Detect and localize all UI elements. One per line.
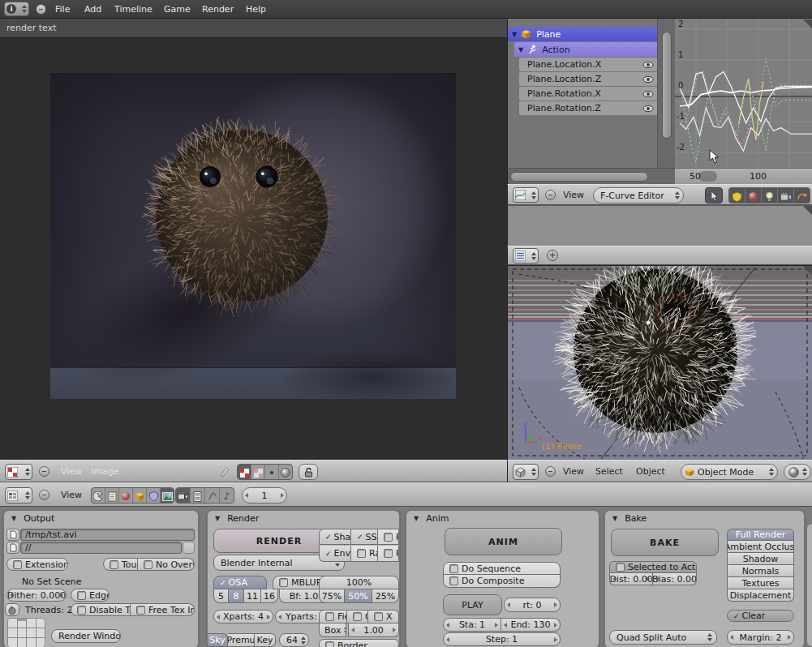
menu-timeline[interactable]: Timeline (114, 4, 153, 15)
filter-scene-button[interactable] (729, 188, 745, 204)
mouse-placement-button[interactable] (5, 603, 19, 616)
bake-mode-displacement[interactable]: Displacement (727, 589, 794, 602)
object-context-button[interactable] (133, 488, 147, 503)
extensions-toggle[interactable]: Extensions (6, 558, 68, 571)
pano-toggle[interactable]: Pano (378, 529, 399, 545)
display-position-grid[interactable] (7, 618, 45, 647)
cursor-tool-button[interactable] (705, 187, 723, 204)
size-75-button[interactable]: 75% (319, 589, 345, 603)
xparts-stepper[interactable]: Xparts: 4 (213, 610, 273, 623)
viewport-hair-ball[interactable] (508, 266, 812, 460)
grid-cell[interactable] (8, 619, 17, 628)
image-menu-view[interactable]: View (61, 466, 82, 477)
collapse-menus-button[interactable] (36, 4, 46, 15)
bake-panel-header[interactable]: ▼ Bake (605, 511, 804, 525)
image-shaded-button[interactable] (279, 465, 292, 480)
stepper-right-arrow[interactable] (554, 623, 557, 628)
stepper-left-arrow[interactable] (217, 615, 220, 619)
size-50-button[interactable]: 50% (345, 589, 372, 603)
slider-right-arrow[interactable] (60, 593, 63, 598)
frame-number-stepper[interactable]: 1 (242, 487, 287, 503)
channel-row[interactable]: Plane.Rotation.X (519, 87, 658, 101)
menu-add[interactable]: Add (84, 4, 101, 15)
dist-stepper[interactable]: Dist: 0.00 (609, 573, 653, 585)
scrollbar-thumb[interactable] (662, 32, 672, 139)
fields-toggle[interactable]: Fields (319, 610, 347, 623)
osa-5-button[interactable]: 5 (213, 589, 229, 603)
filter-camera-button[interactable] (778, 188, 794, 204)
size-25-button[interactable]: 25% (372, 589, 399, 603)
menu-game[interactable]: Game (164, 4, 191, 15)
render-subcontext-button[interactable] (176, 488, 191, 503)
no-overwrite-toggle[interactable]: No Overwrit (138, 558, 195, 571)
sky-toggle[interactable]: Sky (208, 633, 228, 647)
panel-collapse-icon[interactable]: ▼ (612, 515, 617, 522)
x-toggle[interactable]: X (368, 610, 399, 623)
viewport-editor-type-button[interactable] (513, 464, 539, 480)
stepper-right-arrow[interactable] (554, 602, 557, 607)
start-frame-stepper[interactable]: Sta: 1 (443, 618, 501, 632)
stepper-left-arrow[interactable] (351, 628, 354, 632)
image-zbuffer-button[interactable] (265, 465, 279, 480)
filter-size-stepper[interactable]: 1.00 (348, 623, 399, 637)
channel-horizontal-scrollbar[interactable] (507, 168, 675, 184)
step-stepper[interactable]: Step: 1 (443, 632, 561, 646)
eye-icon[interactable] (642, 90, 654, 98)
grid-cell[interactable] (37, 619, 45, 628)
anim-subcontext-button[interactable] (205, 488, 220, 503)
panel-collapse-icon[interactable]: ▼ (215, 515, 220, 522)
stepper-left-arrow[interactable] (730, 635, 733, 640)
viewport-3d[interactable]: z y x (1) Plane (507, 265, 812, 460)
filter-dropdown[interactable]: Box (319, 623, 346, 637)
margin-stepper[interactable]: Margin: 2 (727, 630, 794, 645)
disable-tex-toggle[interactable]: Disable Te (71, 603, 131, 616)
backbuf-path-field[interactable]: // (20, 542, 182, 554)
area-corner-widget[interactable] (803, 206, 812, 215)
filter-material-button[interactable] (745, 188, 762, 204)
frame-decrement-arrow[interactable] (245, 493, 248, 498)
odd-toggle[interactable]: Od (347, 610, 368, 623)
ray-toggle[interactable]: Ra (351, 546, 378, 562)
filter-back-button[interactable] (794, 188, 810, 204)
logic-context-button[interactable] (92, 488, 105, 503)
fcurve-editor-type-button[interactable] (513, 187, 539, 203)
eye-icon[interactable] (642, 105, 654, 113)
fcurve-vertical-scrollbar[interactable] (657, 19, 675, 168)
stepper-right-arrow[interactable] (788, 635, 791, 640)
image-lock-button[interactable] (299, 464, 318, 480)
editing-context-button[interactable] (147, 488, 161, 503)
radio-toggle[interactable]: Radi (378, 546, 399, 562)
key-toggle[interactable]: Key (255, 633, 276, 647)
bake-mode-normals[interactable]: Normals (727, 565, 794, 577)
no-set-scene-label[interactable]: No Set Scene (22, 576, 82, 587)
grid-cell[interactable] (8, 638, 17, 647)
dither-slider[interactable]: Dither: 0.000 (6, 589, 67, 602)
shading-context-button[interactable] (119, 488, 133, 503)
scrollbar-thumb[interactable] (510, 172, 648, 182)
paint-mask-icon[interactable] (217, 465, 232, 479)
render-panel-header[interactable]: ▼ Render (208, 511, 399, 525)
file-icon-button[interactable] (6, 542, 19, 554)
sequencer-subcontext-button[interactable] (191, 488, 205, 503)
stepper-left-arrow[interactable] (446, 637, 449, 642)
sound-subcontext-button[interactable]: ♪ (220, 488, 234, 503)
grid-cell[interactable] (27, 628, 36, 637)
mode-dropdown[interactable]: Object Mode (681, 464, 778, 480)
image-alpha-button[interactable] (251, 465, 265, 480)
stepper-right-arrow[interactable] (267, 615, 270, 619)
quad-split-dropdown[interactable]: Quad Split Auto (609, 630, 717, 645)
border-toggle[interactable]: Border (319, 639, 399, 647)
grid-cell[interactable] (18, 619, 27, 628)
grid-cell[interactable] (37, 628, 45, 637)
edge-toggle[interactable]: Edge (71, 589, 110, 602)
stepper-left-arrow[interactable] (507, 602, 510, 607)
panel-collapse-icon[interactable]: ▼ (414, 515, 419, 522)
rt-stepper[interactable]: rt: 0 (504, 598, 561, 612)
bias-stepper[interactable]: Bias: 0.00 (653, 573, 697, 585)
scrollbar-thumb[interactable] (699, 171, 717, 182)
sss-toggle[interactable]: ✓ SS (351, 529, 378, 545)
stepper-left-arrow[interactable] (446, 623, 449, 628)
play-button[interactable]: PLAY (443, 594, 502, 615)
end-frame-stepper[interactable]: End: 130 (501, 618, 561, 632)
grid-cell[interactable] (18, 638, 27, 647)
